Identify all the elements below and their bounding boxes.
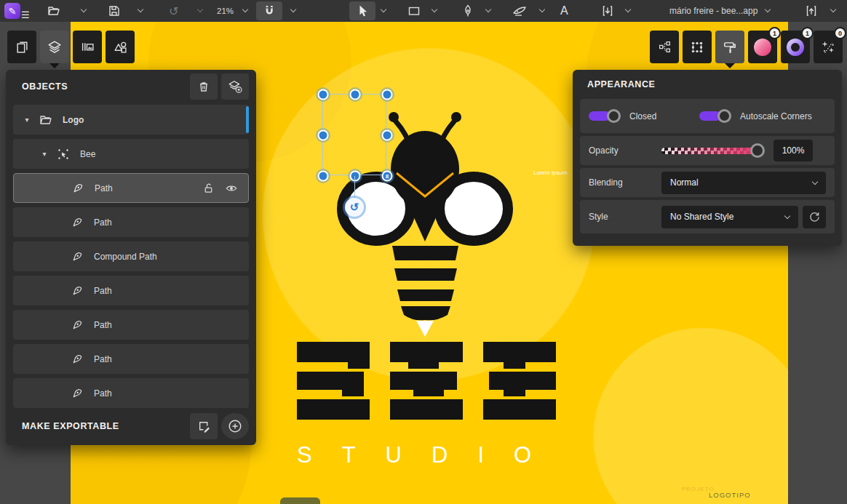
fills-panel-button[interactable]: 1	[748, 31, 777, 63]
border-swatch-icon	[787, 39, 804, 56]
assets-panel-button[interactable]	[73, 31, 102, 63]
autoscale-corners-toggle[interactable]	[699, 109, 731, 123]
import-dropdown-chevron[interactable]	[625, 7, 631, 12]
knife-icon	[512, 4, 527, 17]
bee-letter-glyph	[483, 342, 556, 420]
assets-icon	[81, 40, 95, 54]
layer-row-path[interactable]: Path	[13, 207, 249, 237]
pages-panel-button[interactable]	[7, 31, 36, 63]
style-label: Style	[589, 212, 661, 222]
closed-toggle-label: Closed	[629, 111, 699, 121]
opacity-slider-knob[interactable]	[750, 143, 765, 158]
layer-row-path[interactable]: Path	[13, 310, 249, 340]
closed-toggle[interactable]	[589, 109, 621, 123]
pen-icon	[461, 4, 474, 17]
fills-count-badge: 1	[768, 27, 781, 39]
opacity-value-field[interactable]: 100%	[774, 140, 813, 161]
selection-handle-top-left[interactable]	[318, 89, 329, 100]
chevron-down-icon	[812, 178, 818, 184]
snap-button[interactable]	[256, 1, 282, 20]
right-panel-toggles: 1 1 0	[650, 31, 843, 63]
shapes-panel-button[interactable]	[106, 31, 135, 63]
borders-panel-button[interactable]: 1	[781, 31, 810, 63]
layer-row-compound-path[interactable]: Compound Path	[13, 241, 249, 271]
effects-panel-button[interactable]: 0	[814, 31, 843, 63]
layer-row-label: Path	[95, 183, 113, 193]
autoscale-corners-label: Autoscale Corners	[740, 111, 812, 121]
import-button[interactable]	[601, 0, 614, 22]
left-panel-toggles	[7, 31, 135, 63]
trash-icon	[197, 80, 210, 93]
zoom-level[interactable]: 21%	[217, 7, 234, 15]
selection-handle-mid-left[interactable]	[318, 130, 329, 141]
disclosure-triangle-icon[interactable]: ▾	[22, 116, 32, 124]
layer-row-label: Path	[94, 286, 112, 296]
effects-count-badge: 0	[834, 27, 846, 39]
unlock-icon[interactable]	[202, 182, 215, 194]
pen-tool-button[interactable]	[461, 0, 474, 22]
layer-row-label: Path	[94, 320, 112, 330]
rectangle-tool-button[interactable]	[407, 0, 421, 22]
undo-dropdown-chevron[interactable]	[197, 7, 203, 12]
sync-icon	[808, 211, 821, 223]
snap-dropdown-chevron[interactable]	[290, 7, 296, 12]
bee-stripe-2	[394, 268, 457, 281]
layer-row-path[interactable]: Path	[13, 276, 249, 305]
layer-row-path-selected[interactable]: Path	[13, 173, 249, 203]
document-filename[interactable]: mário freire - bee...app	[669, 6, 757, 16]
opacity-slider-track[interactable]	[661, 148, 756, 154]
export-button[interactable]	[805, 0, 818, 22]
export-area-button[interactable]	[190, 413, 218, 439]
import-icon	[601, 4, 614, 17]
blending-dropdown[interactable]: Normal	[661, 172, 826, 194]
app-logo[interactable]: ✎	[4, 3, 20, 19]
filename-dropdown-chevron[interactable]	[765, 7, 771, 12]
text-tool-button[interactable]: A	[560, 0, 568, 22]
selection-handle-bottom-center[interactable]	[350, 171, 361, 182]
toggle-knob	[607, 109, 621, 123]
eye-icon[interactable]	[225, 182, 238, 194]
selection-handle-top-right[interactable]	[382, 89, 393, 100]
knife-tool-dropdown-chevron[interactable]	[539, 7, 545, 12]
rectangle-tool-dropdown-chevron[interactable]	[432, 7, 437, 12]
add-layer-button[interactable]	[221, 73, 249, 100]
export-dropdown-chevron[interactable]	[830, 7, 836, 12]
distribute-panel-button[interactable]	[650, 31, 679, 63]
layer-row-logo[interactable]: ▾ Logo	[13, 105, 249, 135]
save-dropdown-chevron[interactable]	[138, 7, 143, 12]
pointer-icon	[356, 4, 369, 17]
bee-stripe-4	[401, 306, 450, 320]
open-file-dropdown-chevron[interactable]	[81, 7, 87, 12]
pointer-tool-button[interactable]	[349, 1, 375, 20]
selection-handle-bottom-left[interactable]	[318, 171, 329, 182]
layer-row-bee[interactable]: ▾ Bee	[13, 139, 249, 169]
pen-tool-dropdown-chevron[interactable]	[485, 7, 491, 12]
selection-handle-link[interactable]: 8	[382, 171, 393, 182]
rotate-handle[interactable]: ↺	[345, 198, 364, 217]
add-export-button[interactable]	[221, 413, 249, 439]
open-file-button[interactable]	[47, 0, 61, 22]
pointer-tool-dropdown-chevron[interactable]	[381, 7, 386, 12]
refresh-style-button[interactable]	[803, 206, 826, 228]
plus-circle-icon	[228, 419, 242, 433]
layers-panel-button[interactable]	[40, 31, 69, 63]
selection-handle-mid-right[interactable]	[382, 130, 393, 141]
layer-row-path[interactable]: Path	[13, 344, 249, 374]
disclosure-triangle-icon[interactable]: ▾	[39, 150, 49, 158]
hamburger-menu-icon[interactable]: ☰	[21, 9, 30, 20]
delete-layer-button[interactable]	[190, 73, 218, 100]
path-icon	[71, 319, 84, 331]
selection-handle-top-center[interactable]	[350, 89, 361, 100]
zoom-dropdown-chevron[interactable]	[242, 7, 248, 12]
appearance-panel-button[interactable]	[715, 31, 744, 63]
undo-button[interactable]: ↺	[169, 0, 178, 22]
style-dropdown[interactable]: No Shared Style	[661, 206, 798, 228]
save-button[interactable]	[108, 0, 121, 22]
knife-tool-button[interactable]	[512, 0, 527, 22]
transform-panel-button[interactable]	[683, 31, 712, 63]
text-tool-icon: A	[560, 4, 568, 17]
bee-block-letters[interactable]	[297, 342, 556, 420]
layer-row-path[interactable]: Path	[13, 378, 249, 408]
save-icon	[108, 4, 121, 17]
selection-bounding-box[interactable]: 8 ↺	[322, 94, 386, 175]
